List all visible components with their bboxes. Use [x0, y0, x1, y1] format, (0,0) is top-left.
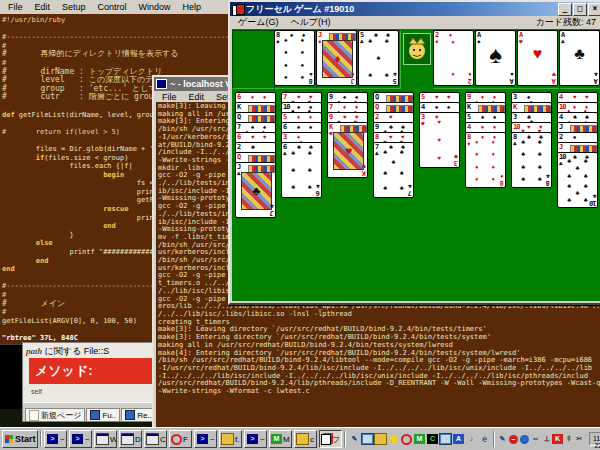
quicklaunch-computer-icon[interactable]	[439, 432, 452, 446]
task-label: ~	[60, 435, 65, 444]
clock-time: 22:21:52	[593, 442, 600, 449]
taskbar-task-3[interactable]: W	[94, 430, 117, 448]
clock-date: 11/08(火)	[593, 435, 600, 442]
quicklaunch-blue-a-icon[interactable]: A	[452, 432, 465, 446]
taskbar-divider	[40, 431, 42, 447]
free-cell-1[interactable]	[232, 30, 275, 89]
editor-menu-2[interactable]: Edit	[29, 1, 57, 13]
doc-tab-1[interactable]: 新規ページ	[25, 408, 85, 421]
maximize-button[interactable]: □	[573, 3, 587, 16]
red-o-icon	[171, 434, 182, 445]
task-label: ~	[260, 435, 265, 444]
card-10C[interactable]: 10♣♣♣♣♣♣♣♣♣♣♣♣♣10♣	[557, 152, 598, 208]
taskbar-divider	[493, 431, 495, 447]
card-JC[interactable]: J♣♣J♣	[235, 162, 276, 218]
green-m-icon: M	[414, 434, 425, 444]
folder-icon	[296, 433, 309, 445]
card-8S[interactable]: 8♠♠♠♠♠♠♠♠♠♠♠8♠	[274, 30, 315, 86]
card-KH[interactable]: K♥♥K♥	[327, 122, 368, 178]
quicklaunch-music-note-icon[interactable]: ♪	[465, 432, 478, 446]
taskbar-task-10[interactable]: MM	[269, 430, 292, 448]
task-label: c	[310, 435, 314, 444]
terminal-icon: >	[246, 433, 259, 445]
tray-pencil-icon[interactable]: ✎	[563, 432, 574, 446]
taskbar-task-5[interactable]: C	[144, 430, 167, 448]
freecell-title: フリーセル ゲーム #19010	[246, 3, 354, 16]
freecell-titlebar[interactable]: フリーセル ゲーム #19010 _□×	[230, 2, 600, 16]
chain-icon: ∞	[530, 434, 541, 444]
taskbar-clock[interactable]: 11/08(火) 22:21:52	[589, 432, 600, 446]
start-button[interactable]: Start	[2, 430, 38, 448]
terminal-icon: >	[196, 433, 209, 445]
freecell-menu-2[interactable]: ヘルプ(H)	[284, 15, 336, 30]
taskbar-task-8[interactable]: f.	[219, 430, 242, 448]
freecell-menu-1[interactable]: ゲーム(G)	[232, 15, 284, 30]
quicklaunch-bird-icon[interactable]	[387, 432, 400, 446]
card-6C[interactable]: 6♣♣♣♣♣♣♣♣♣6♣	[281, 142, 322, 198]
taskbar: Start >~>~WDCF>~f.>~MMcフ ✎MCA♪e ✎–◌∞⊥K✎✂…	[0, 427, 600, 450]
taskbar-task-4[interactable]: D	[119, 430, 142, 448]
doc-header-em: path	[26, 346, 42, 356]
quicklaunch-c-term-icon[interactable]: C	[426, 432, 439, 446]
tray-no-entry-icon[interactable]: –	[508, 432, 519, 446]
terminal-icon: >	[71, 433, 84, 445]
quick-launch: ✎MCA♪e	[348, 432, 491, 446]
tray-antenna-icon[interactable]: ⊥	[541, 432, 552, 446]
editor-menu-5[interactable]: Window	[133, 1, 177, 13]
terminal-icon: >	[46, 433, 59, 445]
blue-e-icon: e	[479, 434, 490, 444]
taskbar-task-11[interactable]: c	[294, 430, 317, 448]
card-AS[interactable]: A♠♠A♠	[475, 30, 516, 86]
quicklaunch-green-m-icon[interactable]: M	[413, 432, 426, 446]
no-entry-icon: –	[509, 435, 518, 444]
freecell-board[interactable]: 8♠♠♠♠♠♠♠♠♠♠♠8♠J♦♦J♦5♣♣♣♣♣♣♣♣5♣2♦♦♦♦2♦A♠♠…	[232, 29, 600, 301]
taskbar-task-6[interactable]: F	[169, 430, 192, 448]
minimize-button[interactable]: _	[558, 3, 572, 16]
taskbar-task-7[interactable]: >~	[194, 430, 217, 448]
task-label: D	[135, 435, 141, 444]
doc-header-rest: に関する File::S	[42, 346, 109, 356]
editor-menu-3[interactable]: Setup	[56, 1, 92, 13]
tray-scissors-icon[interactable]: ✂	[574, 432, 585, 446]
card-JD[interactable]: J♦♦J♦	[316, 30, 357, 86]
quicklaunch-folder-icon[interactable]	[374, 432, 387, 446]
card-count-status: カード残数: 47	[536, 16, 600, 29]
freecell-menubar: ゲーム(G)ヘルプ(H)カード残数: 47	[230, 16, 600, 29]
freecell-window[interactable]: フリーセル ゲーム #19010 _□× ゲーム(G)ヘルプ(H)カード残数: …	[228, 0, 600, 305]
task-label: f.	[235, 435, 239, 444]
card-AH[interactable]: A♥♥A♥	[517, 30, 558, 86]
quicklaunch-red-o-icon[interactable]	[400, 432, 413, 446]
quicklaunch-blue-e-icon[interactable]: e	[478, 432, 491, 446]
editor-menu-4[interactable]: Control	[92, 1, 133, 13]
doc-tab-3[interactable]: Re..	[121, 408, 156, 421]
red-o-icon	[401, 434, 412, 445]
close-button[interactable]: ×	[588, 3, 600, 16]
taskbar-task-1[interactable]: >~	[44, 430, 67, 448]
card-8D[interactable]: 8♦♦♦♦♦♦♦♦♦♦♦8♦	[465, 132, 506, 188]
task-label: F	[183, 435, 188, 444]
tray-globe-icon[interactable]: ◌	[519, 432, 530, 446]
system-tray: ✎–◌∞⊥K✎✂	[497, 432, 585, 446]
editor-menu-1[interactable]: File	[2, 1, 29, 13]
card-AC[interactable]: A♣♣A♣	[559, 30, 600, 86]
editor-menu-6[interactable]: Help	[177, 1, 208, 13]
card-7C[interactable]: 7♣♣♣♣♣♣♣♣♣♣7♣	[373, 142, 414, 198]
scissors-icon: ✂	[574, 434, 585, 444]
taskbar-task-9[interactable]: >~	[244, 430, 267, 448]
quicklaunch-computer-icon[interactable]	[361, 432, 374, 446]
bird-icon	[390, 435, 398, 443]
card-2D[interactable]: 2♦♦♦♦2♦	[433, 30, 474, 86]
card-3H[interactable]: 3♥♥♥♥♥3♥	[419, 112, 460, 168]
task-label: C	[160, 435, 166, 444]
card-8C[interactable]: 8♣♣♣♣♣♣♣♣♣♣♣8♣	[511, 132, 552, 188]
taskbar-task-2[interactable]: >~	[69, 430, 92, 448]
music-note-icon: ♪	[466, 434, 477, 444]
quicklaunch-pen-icon[interactable]: ✎	[348, 432, 361, 446]
tray-chain-icon[interactable]: ∞	[530, 432, 541, 446]
window-controls: _□×	[558, 3, 600, 16]
card-5C[interactable]: 5♣♣♣♣♣♣♣♣5♣	[358, 30, 399, 86]
taskbar-task-12[interactable]: フ	[319, 430, 342, 448]
doc-tab-2[interactable]: Fu..	[86, 408, 120, 421]
tray-pen-icon[interactable]: ✎	[497, 432, 508, 446]
task-label: ~	[210, 435, 215, 444]
